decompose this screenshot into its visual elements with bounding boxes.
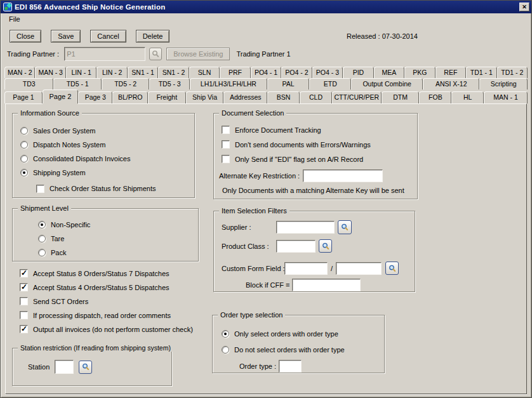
checkbox-label: If processing dispatch, read order comme… [33, 312, 171, 319]
radio-button [38, 235, 46, 242]
group-title: Order type selection [218, 311, 285, 319]
tab-page-3[interactable]: Page 3 [78, 91, 112, 103]
radio-pack[interactable]: Pack [38, 246, 198, 260]
close-window-icon[interactable]: ✕ [519, 3, 529, 11]
station-input[interactable] [55, 360, 74, 374]
radio-shipping-system[interactable]: Shipping System [20, 166, 194, 180]
radio-button [20, 127, 28, 135]
radio-consolidated-dispatch-invoices[interactable]: Consolidated Dispatch Invoices [20, 152, 194, 166]
station-restriction-group: Station restriction (If reading from shi… [12, 348, 172, 386]
radio-sales-order-system[interactable]: Sales Order System [20, 124, 194, 138]
tab-mea[interactable]: MEA [374, 67, 404, 78]
radio-label: Non-Specific [51, 221, 90, 229]
tab-pkg[interactable]: PKG [404, 67, 435, 78]
tab-cld[interactable]: CLD [300, 91, 332, 103]
radio-tare[interactable]: Tare [38, 232, 198, 246]
custom-form-field-label: Custom Form Field : [222, 265, 284, 272]
group-title: Information Source [18, 109, 82, 117]
tab-ansi-x-12[interactable]: ANSI X-12 [423, 78, 479, 90]
tab-bl-pro[interactable]: BL/PRO [112, 91, 147, 103]
tab-sln[interactable]: SLN [189, 67, 220, 78]
delete-button[interactable]: Delete [136, 30, 170, 43]
tab-po4-1[interactable]: PO4 - 1 [251, 67, 281, 78]
radio-label: Only select orders with order type [234, 330, 338, 338]
checkbox-label: Enforce Document Tracking [235, 126, 321, 134]
radio-do-not-select-orders[interactable]: Do not select orders with order type [222, 342, 384, 357]
checkbox-box [222, 140, 230, 149]
checkbox-accept-status-8[interactable]: Accept Status 8 Orders/Status 7 Dispatch… [20, 269, 210, 277]
tab-td1-1[interactable]: TD1 - 1 [466, 67, 496, 78]
tab-lh1-lh3-lfh-lhr[interactable]: LH1/LH3/LFH/LHR [190, 78, 267, 90]
cancel-button[interactable]: Cancel [90, 30, 126, 43]
product-class-label: Product Class : [222, 242, 276, 250]
menu-file[interactable]: File [6, 13, 23, 25]
tab-page-2[interactable]: Page 2 [43, 90, 78, 103]
tab-td3[interactable]: TD3 [4, 78, 53, 90]
trading-partner-search-icon[interactable] [149, 48, 162, 60]
checkbox-enforce-document-tracking[interactable]: Enforce Document Tracking [222, 123, 417, 137]
tab-man-1[interactable]: MAN - 1 [484, 91, 528, 103]
tab-ctt-cur-per[interactable]: CTT/CUR/PER [332, 91, 382, 103]
tab-lin-2[interactable]: LIN - 2 [96, 67, 127, 78]
tab-man-3[interactable]: MAN - 3 [35, 67, 65, 78]
block-if-cff-input[interactable] [292, 279, 361, 291]
radio-dispatch-notes-system[interactable]: Dispatch Notes System [20, 138, 194, 152]
tab-td5-2[interactable]: TD5 - 2 [102, 78, 150, 90]
product-class-input[interactable] [276, 240, 316, 253]
trading-partner-name: Trading Partner 1 [236, 50, 290, 58]
checkbox-dont-send-errors-warnings[interactable]: Don't send documents with Errors/Warning… [222, 137, 417, 152]
supplier-search-icon[interactable] [338, 220, 352, 234]
checkbox-accept-status-4[interactable]: Accept Status 4 Orders/Status 5 Dispatch… [20, 283, 210, 291]
tab-pid[interactable]: PID [343, 67, 373, 78]
tab-po4-3[interactable]: PO4 - 3 [312, 67, 343, 78]
radio-only-select-orders[interactable]: Only select orders with order type [222, 326, 384, 342]
tab-addresses[interactable]: Addresses [223, 91, 267, 103]
tab-ship-via[interactable]: Ship Via [186, 91, 224, 103]
radio-button [20, 169, 28, 176]
tab-dtm[interactable]: DTM [382, 91, 420, 103]
custom-form-field-input-2[interactable] [336, 262, 382, 275]
document-selection-group: Document Selection Enforce Document Trac… [213, 113, 418, 199]
tab-sn1-2[interactable]: SN1 - 2 [158, 67, 189, 78]
checkbox-check-order-status[interactable]: Check Order Status for Shipments [36, 182, 194, 196]
tab-po4-2[interactable]: PO4 - 2 [281, 67, 312, 78]
order-type-input[interactable] [279, 360, 302, 373]
tab-fob[interactable]: FOB [419, 91, 451, 103]
tab-td5-3[interactable]: TD5 - 3 [149, 78, 189, 90]
radio-label: Sales Order System [33, 127, 95, 135]
checkbox-output-all-invoices[interactable]: Output all invoices (do not perform cust… [20, 325, 210, 333]
tab-etd[interactable]: ETD [309, 78, 351, 90]
tab-bsn[interactable]: BSN [267, 91, 300, 103]
tab-hl[interactable]: HL [451, 91, 484, 103]
tab-td1-2[interactable]: TD1 - 2 [497, 67, 528, 78]
trading-partner-input[interactable] [64, 47, 145, 61]
tab-lin-1[interactable]: LIN - 1 [66, 67, 96, 78]
toolbar: Close Save Cancel Delete [1, 25, 531, 43]
custom-form-field-input-1[interactable] [284, 262, 328, 275]
tab-td5-1[interactable]: TD5 - 1 [53, 78, 102, 90]
tab-scripting[interactable]: Scripting [479, 78, 528, 90]
custom-form-field-search-icon[interactable] [385, 262, 399, 275]
tab-pal[interactable]: PAL [267, 78, 309, 90]
tab-man-2[interactable]: MAN - 2 [4, 67, 35, 78]
alternate-key-input[interactable] [303, 169, 383, 182]
tab-ref[interactable]: REF [436, 67, 466, 78]
checkbox-read-order-comments[interactable]: If processing dispatch, read order comme… [20, 311, 210, 319]
browse-existing-button[interactable]: Browse Existing [166, 48, 230, 60]
checkbox-label: Output all invoices (do not perform cust… [33, 326, 193, 333]
save-button[interactable]: Save [51, 30, 81, 43]
station-search-icon[interactable] [79, 361, 92, 374]
trading-partner-label: Trading Partner : [7, 50, 59, 58]
tab-page-1[interactable]: Page 1 [4, 91, 43, 103]
product-class-search-icon[interactable] [319, 239, 332, 253]
close-button[interactable]: Close [10, 30, 41, 43]
tab-freight[interactable]: Freight [148, 91, 186, 103]
tab-prf[interactable]: PRF [220, 67, 250, 78]
radio-non-specific[interactable]: Non-Specific [38, 218, 198, 232]
checkbox-send-sct-orders[interactable]: Send SCT Orders [20, 297, 210, 305]
supplier-input[interactable] [276, 221, 335, 234]
checkbox-only-send-edi-flag[interactable]: Only Send if "EDI" flag set on A/R Recor… [222, 152, 417, 166]
tab-sn1-1[interactable]: SN1 - 1 [128, 67, 158, 78]
radio-label: Pack [51, 249, 66, 256]
tab-output-combine[interactable]: Output Combine [351, 78, 423, 90]
